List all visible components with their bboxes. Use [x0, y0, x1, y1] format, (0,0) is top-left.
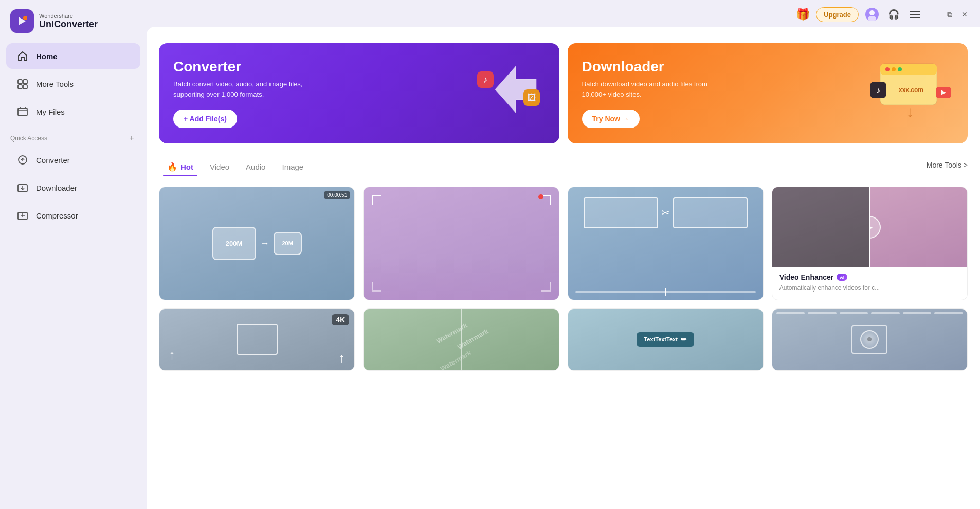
svg-point-25	[892, 67, 896, 71]
tool-card-video-enhancer[interactable]: ▶ Video Enhancer AI Automatically enhanc…	[772, 187, 968, 300]
watermark-card-image: Watermark Watermark Watermark	[364, 309, 558, 370]
watermark-card-body: Watermark Remover AI Remove watermarks f…	[364, 370, 558, 371]
compressor-card-body: Compressor Batch compress video and audi…	[159, 300, 354, 300]
pencil-icon: ✏	[681, 335, 687, 343]
sidebar-converter-label: Converter	[36, 156, 70, 165]
dvd-strip-4	[871, 312, 900, 314]
tabs-row: 🔥 Hot Video Audio Image More Tools >	[159, 158, 968, 176]
dvd-card-image	[772, 309, 967, 370]
main-wrapper: 🎁 Upgrade 🎧 — ⧉ ✕ Converter Batch conver…	[147, 0, 980, 509]
sidebar-item-converter[interactable]: Converter	[6, 147, 140, 173]
sidebar-item-my-files[interactable]: My Files	[6, 99, 140, 124]
upscale-arrows: ↑	[169, 347, 175, 363]
maximize-button[interactable]: ⧉	[945, 10, 954, 19]
user-avatar-icon[interactable]	[864, 6, 880, 23]
svg-point-12	[869, 10, 875, 15]
converter-icon	[16, 154, 29, 166]
dvd-disc	[860, 330, 879, 349]
quick-access-add-button[interactable]: +	[127, 134, 136, 143]
banner-row: Converter Batch convert video, audio, an…	[159, 43, 968, 143]
tool-card-image-enhancer[interactable]: 4K ↑ ↑ Image Enhancer AI	[159, 308, 355, 371]
enhancer-divider	[869, 187, 870, 267]
sidebar-item-more-tools[interactable]: More Tools	[6, 71, 140, 97]
tab-hot[interactable]: 🔥 Hot	[159, 158, 202, 176]
converter-add-files-button[interactable]: + Add File(s)	[173, 110, 237, 128]
logo-brand: Wondershare	[39, 13, 98, 19]
sidebar-item-home[interactable]: Home	[6, 43, 140, 69]
video-editor-card-body: Video Editor Batch trim, crop, speed and…	[568, 300, 763, 300]
my-files-icon	[16, 105, 29, 118]
dvd-strip-2	[808, 312, 837, 314]
image-enhancer-card-body: Image Enhancer AI Upscale and enhance im…	[159, 370, 354, 371]
menu-icon[interactable]	[907, 6, 923, 23]
upscale-arrows-right: ↑	[338, 350, 345, 366]
close-button[interactable]: ✕	[959, 10, 970, 19]
downloader-try-now-button[interactable]: Try Now →	[582, 110, 640, 128]
screen-recorder-card-image	[364, 187, 558, 300]
svg-rect-7	[18, 108, 27, 116]
rec-corner-tl	[372, 195, 381, 205]
app-logo-icon	[10, 9, 34, 33]
dvd-border	[851, 325, 887, 354]
downloader-banner[interactable]: Downloader Batch download video and audi…	[568, 43, 968, 143]
sidebar-compressor-label: Compressor	[36, 211, 78, 220]
dvd-strip-5	[903, 312, 932, 314]
dvd-strip-6	[934, 312, 963, 314]
rec-dot-icon	[538, 194, 543, 199]
subtitle-text-box: TextTextText ✏	[637, 332, 694, 347]
dvd-hole	[867, 337, 872, 341]
tab-hot-label: Hot	[180, 162, 193, 171]
tab-video-label: Video	[210, 162, 229, 171]
tool-card-dvd-burner[interactable]: DVD Burner Burn videos to DVD with ease.…	[772, 308, 968, 371]
sidebar-my-files-label: My Files	[36, 107, 65, 116]
converter-illustration: ♪ 🖼	[467, 56, 549, 131]
more-tools-icon	[16, 78, 29, 90]
logo-product: UniConverter	[39, 19, 98, 30]
minimize-button[interactable]: —	[929, 10, 940, 19]
image-enhancer-card-image: 4K ↑ ↑	[159, 309, 354, 370]
video-enhancer-card-body: Video Enhancer AI Automatically enhance …	[772, 267, 967, 300]
svg-text:🖼: 🖼	[527, 93, 536, 103]
svg-rect-6	[23, 85, 27, 89]
support-icon[interactable]: 🎧	[885, 6, 902, 23]
tab-image-label: Image	[282, 162, 303, 171]
dvd-strips	[772, 309, 967, 317]
main-content: Converter Batch convert video, audio, an…	[147, 27, 980, 509]
quick-access-section: Quick Access +	[0, 125, 147, 146]
upgrade-button[interactable]: Upgrade	[816, 7, 859, 22]
upscale-4k-badge: 4K	[332, 314, 349, 325]
downloader-illustration: xxx.com ♪ ↓	[865, 56, 957, 131]
video-enhancer-card-image: ▶	[772, 187, 967, 267]
quick-access-label: Quick Access	[10, 135, 47, 142]
compressor-icon	[16, 209, 29, 222]
svg-text:♪: ♪	[483, 75, 487, 85]
sidebar-item-downloader[interactable]: Downloader	[6, 175, 140, 201]
compress-arrow-icon: →	[260, 238, 269, 249]
tab-audio[interactable]: Audio	[238, 158, 274, 175]
tool-card-subtitle-editor[interactable]: TextTextText ✏ Subtitle Editor AI Add an…	[568, 308, 764, 371]
tool-card-compressor[interactable]: 00:00:51 200M → 20M Compressor Batch com…	[159, 187, 355, 300]
tool-card-video-editor[interactable]: ✂ Video Editor Batch trim, crop, speed a…	[568, 187, 764, 300]
sidebar-item-compressor[interactable]: Compressor	[6, 203, 140, 228]
tool-card-screen-recorder[interactable]: Screen Recorder 1:1 quality screen recor…	[363, 187, 559, 300]
tab-image[interactable]: Image	[274, 158, 312, 175]
editor-playhead	[665, 288, 666, 296]
subtitle-card-image: TextTextText ✏	[568, 309, 763, 370]
compress-box-small: 20M	[274, 232, 302, 255]
svg-point-26	[898, 67, 902, 71]
top-bar: 🎁 Upgrade 🎧 — ⧉ ✕	[147, 0, 980, 27]
more-tools-link[interactable]: More Tools >	[927, 161, 968, 173]
converter-banner[interactable]: Converter Batch convert video, audio, an…	[159, 43, 559, 143]
tool-card-watermark-remover[interactable]: Watermark Watermark Watermark Watermark …	[363, 308, 559, 371]
svg-text:↓: ↓	[906, 104, 914, 120]
tab-video[interactable]: Video	[202, 158, 238, 175]
upscale-frame	[237, 324, 278, 355]
compress-box-large: 200M	[212, 227, 256, 260]
compressor-card-image: 00:00:51 200M → 20M	[159, 187, 354, 300]
dvd-strip-3	[840, 312, 868, 314]
svg-rect-4	[23, 80, 27, 84]
subtitle-card-body: Subtitle Editor AI Add and edit subtitle…	[568, 370, 763, 371]
downloader-banner-desc: Batch download video and audio files fro…	[582, 79, 726, 99]
svg-text:xxx.com: xxx.com	[899, 86, 923, 94]
gift-button[interactable]: 🎁	[794, 6, 811, 23]
